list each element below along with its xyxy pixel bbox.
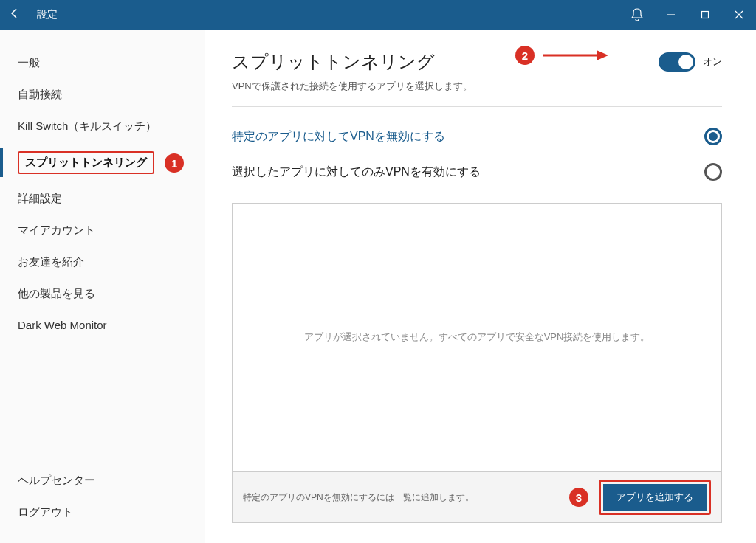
page-heading: スプリットトンネリング	[232, 50, 435, 74]
add-app-button[interactable]: アプリを追加する	[603, 484, 707, 511]
sidebar-item-logout[interactable]: ログアウト	[0, 497, 205, 528]
radio-indicator	[704, 163, 722, 181]
annotation-step-1: 1	[165, 153, 184, 173]
annotation-step-2: 2	[515, 46, 535, 65]
sidebar-item-autoconnect[interactable]: 自動接続	[0, 79, 205, 111]
sidebar-item-label: 詳細設定	[18, 192, 62, 204]
back-button[interactable]	[0, 7, 30, 23]
toggle-knob	[678, 55, 693, 69]
window-title: 設定	[37, 8, 58, 21]
svg-rect-0	[702, 12, 709, 18]
svg-marker-2	[597, 50, 608, 60]
page-subheading: VPNで保護された接続を使用するアプリを選択します。	[232, 80, 722, 93]
sidebar-item-other-products[interactable]: 他の製品を見る	[0, 278, 205, 310]
close-button[interactable]	[722, 0, 756, 30]
split-tunneling-toggle[interactable]	[659, 52, 695, 72]
divider	[232, 106, 722, 107]
titlebar: 設定	[0, 0, 756, 30]
radio-indicator	[704, 128, 722, 145]
radio-enable-vpn-apps[interactable]: 選択したアプリに対してのみVPNを有効にする	[232, 157, 722, 193]
annotation-step-3: 3	[569, 488, 588, 507]
sidebar-item-refer[interactable]: お友達を紹介	[0, 246, 205, 278]
footer-hint: 特定のアプリのVPNを無効にするには一覧に追加します。	[243, 491, 569, 504]
sidebar-item-label: スプリットトンネリング	[18, 151, 154, 174]
sidebar-item-label: ログアウト	[18, 505, 73, 518]
content-pane: 2 スプリットトンネリング オン VPNで保護された接続を使用するアプリを選択し…	[205, 30, 756, 543]
sidebar-item-label: 自動接続	[18, 88, 62, 100]
sidebar: 一般 自動接続 Kill Switch（キルスイッチ） スプリットトンネリング …	[0, 30, 205, 543]
arrow-icon	[542, 49, 608, 62]
sidebar-item-general[interactable]: 一般	[0, 47, 205, 79]
radio-label: 特定のアプリに対してVPNを無効にする	[232, 129, 445, 145]
sidebar-item-help[interactable]: ヘルプセンター	[0, 465, 205, 497]
sidebar-item-label: Kill Switch（キルスイッチ）	[18, 120, 157, 132]
toggle-label: オン	[703, 55, 722, 69]
empty-text: アプリが選択されていません。すべてのアプリで安全なVPN接続を使用します。	[304, 329, 650, 345]
sidebar-item-label: マイアカウント	[18, 224, 95, 236]
sidebar-item-advanced[interactable]: 詳細設定	[0, 183, 205, 215]
sidebar-item-label: ヘルプセンター	[18, 474, 95, 486]
radio-label: 選択したアプリに対してのみVPNを有効にする	[232, 165, 481, 180]
minimize-button[interactable]	[654, 0, 688, 30]
app-list: アプリが選択されていません。すべてのアプリで安全なVPN接続を使用します。 特定…	[232, 203, 722, 523]
sidebar-item-label: お友達を紹介	[18, 255, 84, 268]
sidebar-item-label: 一般	[18, 56, 40, 69]
app-list-empty: アプリが選択されていません。すべてのアプリで安全なVPN接続を使用します。	[233, 204, 721, 471]
sidebar-item-darkweb[interactable]: Dark Web Monitor	[0, 310, 205, 340]
bell-icon[interactable]	[620, 0, 654, 30]
sidebar-item-killswitch[interactable]: Kill Switch（キルスイッチ）	[0, 111, 205, 142]
maximize-button[interactable]	[688, 0, 722, 30]
sidebar-item-label: Dark Web Monitor	[18, 319, 107, 331]
app-list-footer: 特定のアプリのVPNを無効にするには一覧に追加します。 3 アプリを追加する	[233, 471, 721, 522]
annotation-highlight-box: アプリを追加する	[599, 480, 711, 515]
annotation-step-2-group: 2	[515, 46, 608, 65]
sidebar-item-split-tunneling[interactable]: スプリットトンネリング 1	[0, 142, 205, 183]
sidebar-item-label: 他の製品を見る	[18, 287, 95, 300]
radio-disable-vpn-apps[interactable]: 特定のアプリに対してVPNを無効にする	[232, 122, 722, 157]
sidebar-item-account[interactable]: マイアカウント	[0, 215, 205, 246]
